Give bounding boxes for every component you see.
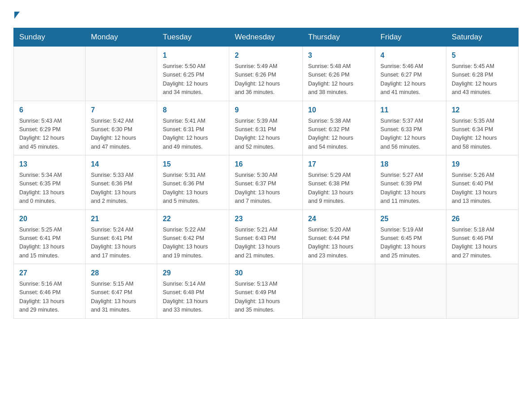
calendar-cell: 21Sunrise: 5:24 AM Sunset: 6:41 PM Dayli…	[86, 210, 157, 264]
day-info: Sunrise: 5:16 AM Sunset: 6:46 PM Dayligh…	[19, 280, 80, 315]
day-number: 14	[91, 159, 151, 170]
calendar-cell: 24Sunrise: 5:20 AM Sunset: 6:44 PM Dayli…	[303, 210, 375, 264]
day-info: Sunrise: 5:31 AM Sunset: 6:36 PM Dayligh…	[163, 171, 223, 206]
calendar-cell: 20Sunrise: 5:25 AM Sunset: 6:41 PM Dayli…	[14, 210, 86, 264]
calendar-cell: 28Sunrise: 5:15 AM Sunset: 6:47 PM Dayli…	[86, 264, 157, 319]
column-header-tuesday: Tuesday	[157, 28, 229, 47]
calendar-cell: 5Sunrise: 5:45 AM Sunset: 6:28 PM Daylig…	[446, 47, 518, 101]
calendar-cell	[14, 47, 86, 101]
column-header-thursday: Thursday	[303, 28, 375, 47]
calendar-cell: 17Sunrise: 5:29 AM Sunset: 6:38 PM Dayli…	[303, 155, 375, 210]
calendar-header-row: SundayMondayTuesdayWednesdayThursdayFrid…	[14, 28, 519, 47]
calendar-week-row: 6Sunrise: 5:43 AM Sunset: 6:29 PM Daylig…	[14, 101, 519, 155]
day-number: 10	[308, 105, 369, 116]
calendar-cell: 30Sunrise: 5:13 AM Sunset: 6:49 PM Dayli…	[229, 264, 303, 319]
calendar-cell: 12Sunrise: 5:35 AM Sunset: 6:34 PM Dayli…	[446, 101, 518, 155]
day-info: Sunrise: 5:49 AM Sunset: 6:26 PM Dayligh…	[235, 62, 297, 97]
calendar-cell: 9Sunrise: 5:39 AM Sunset: 6:31 PM Daylig…	[229, 101, 303, 155]
day-number: 11	[381, 105, 441, 116]
calendar-week-row: 20Sunrise: 5:25 AM Sunset: 6:41 PM Dayli…	[14, 210, 519, 264]
calendar-cell: 13Sunrise: 5:34 AM Sunset: 6:35 PM Dayli…	[14, 155, 86, 210]
day-number: 16	[235, 159, 297, 170]
day-number: 26	[452, 214, 513, 224]
day-number: 7	[91, 105, 151, 116]
day-info: Sunrise: 5:37 AM Sunset: 6:33 PM Dayligh…	[381, 117, 441, 152]
calendar-cell	[446, 264, 518, 319]
day-number: 13	[19, 159, 80, 170]
calendar-cell: 29Sunrise: 5:14 AM Sunset: 6:48 PM Dayli…	[157, 264, 229, 319]
calendar-cell: 19Sunrise: 5:26 AM Sunset: 6:40 PM Dayli…	[446, 155, 518, 210]
column-header-wednesday: Wednesday	[229, 28, 303, 47]
day-number: 30	[235, 268, 297, 278]
day-number: 25	[381, 214, 441, 224]
day-number: 21	[91, 214, 151, 224]
calendar-cell: 15Sunrise: 5:31 AM Sunset: 6:36 PM Dayli…	[157, 155, 229, 210]
calendar-week-row: 27Sunrise: 5:16 AM Sunset: 6:46 PM Dayli…	[14, 264, 519, 319]
calendar-cell: 10Sunrise: 5:38 AM Sunset: 6:32 PM Dayli…	[303, 101, 375, 155]
column-header-friday: Friday	[375, 28, 446, 47]
logo-triangle-icon	[14, 12, 20, 19]
day-number: 24	[308, 214, 369, 224]
day-number: 8	[163, 105, 223, 116]
column-header-monday: Monday	[86, 28, 157, 47]
calendar-cell: 23Sunrise: 5:21 AM Sunset: 6:43 PM Dayli…	[229, 210, 303, 264]
day-info: Sunrise: 5:33 AM Sunset: 6:36 PM Dayligh…	[91, 171, 151, 206]
calendar-cell: 1Sunrise: 5:50 AM Sunset: 6:25 PM Daylig…	[157, 47, 229, 101]
day-info: Sunrise: 5:19 AM Sunset: 6:45 PM Dayligh…	[381, 226, 441, 261]
calendar-cell: 3Sunrise: 5:48 AM Sunset: 6:26 PM Daylig…	[303, 47, 375, 101]
calendar-cell: 18Sunrise: 5:27 AM Sunset: 6:39 PM Dayli…	[375, 155, 446, 210]
calendar-cell: 25Sunrise: 5:19 AM Sunset: 6:45 PM Dayli…	[375, 210, 446, 264]
day-info: Sunrise: 5:14 AM Sunset: 6:48 PM Dayligh…	[163, 280, 223, 315]
day-info: Sunrise: 5:30 AM Sunset: 6:37 PM Dayligh…	[235, 171, 297, 206]
calendar-cell: 26Sunrise: 5:18 AM Sunset: 6:46 PM Dayli…	[446, 210, 518, 264]
day-info: Sunrise: 5:45 AM Sunset: 6:28 PM Dayligh…	[452, 62, 513, 97]
calendar-week-row: 1Sunrise: 5:50 AM Sunset: 6:25 PM Daylig…	[14, 47, 519, 101]
day-number: 2	[235, 50, 297, 61]
day-number: 22	[163, 214, 223, 224]
calendar-cell	[375, 264, 446, 319]
day-info: Sunrise: 5:18 AM Sunset: 6:46 PM Dayligh…	[452, 226, 513, 261]
day-number: 29	[163, 268, 223, 278]
day-info: Sunrise: 5:27 AM Sunset: 6:39 PM Dayligh…	[381, 171, 441, 206]
day-info: Sunrise: 5:25 AM Sunset: 6:41 PM Dayligh…	[19, 226, 80, 261]
day-info: Sunrise: 5:15 AM Sunset: 6:47 PM Dayligh…	[91, 280, 151, 315]
day-info: Sunrise: 5:43 AM Sunset: 6:29 PM Dayligh…	[19, 117, 80, 152]
calendar-cell: 4Sunrise: 5:46 AM Sunset: 6:27 PM Daylig…	[375, 47, 446, 101]
day-info: Sunrise: 5:13 AM Sunset: 6:49 PM Dayligh…	[235, 280, 297, 315]
calendar-cell: 11Sunrise: 5:37 AM Sunset: 6:33 PM Dayli…	[375, 101, 446, 155]
day-number: 23	[235, 214, 297, 224]
day-number: 17	[308, 159, 369, 170]
day-info: Sunrise: 5:41 AM Sunset: 6:31 PM Dayligh…	[163, 117, 223, 152]
calendar-cell: 7Sunrise: 5:42 AM Sunset: 6:30 PM Daylig…	[86, 101, 157, 155]
day-number: 27	[19, 268, 80, 278]
day-number: 18	[381, 159, 441, 170]
day-info: Sunrise: 5:39 AM Sunset: 6:31 PM Dayligh…	[235, 117, 297, 152]
calendar-cell: 22Sunrise: 5:22 AM Sunset: 6:42 PM Dayli…	[157, 210, 229, 264]
day-number: 4	[381, 50, 441, 61]
day-number: 15	[163, 159, 223, 170]
day-info: Sunrise: 5:48 AM Sunset: 6:26 PM Dayligh…	[308, 62, 369, 97]
day-number: 12	[452, 105, 513, 116]
calendar-week-row: 13Sunrise: 5:34 AM Sunset: 6:35 PM Dayli…	[14, 155, 519, 210]
day-info: Sunrise: 5:46 AM Sunset: 6:27 PM Dayligh…	[381, 62, 441, 97]
day-number: 1	[163, 50, 223, 61]
column-header-sunday: Sunday	[14, 28, 86, 47]
column-header-saturday: Saturday	[446, 28, 518, 47]
page-header	[13, 9, 519, 19]
day-number: 28	[91, 268, 151, 278]
day-info: Sunrise: 5:35 AM Sunset: 6:34 PM Dayligh…	[452, 117, 513, 152]
day-info: Sunrise: 5:42 AM Sunset: 6:30 PM Dayligh…	[91, 117, 151, 152]
day-info: Sunrise: 5:26 AM Sunset: 6:40 PM Dayligh…	[452, 171, 513, 206]
day-number: 6	[19, 105, 80, 116]
day-number: 19	[452, 159, 513, 170]
day-info: Sunrise: 5:50 AM Sunset: 6:25 PM Dayligh…	[163, 62, 223, 97]
day-number: 9	[235, 105, 297, 116]
day-number: 3	[308, 50, 369, 61]
day-info: Sunrise: 5:29 AM Sunset: 6:38 PM Dayligh…	[308, 171, 369, 206]
day-info: Sunrise: 5:38 AM Sunset: 6:32 PM Dayligh…	[308, 117, 369, 152]
calendar-cell: 6Sunrise: 5:43 AM Sunset: 6:29 PM Daylig…	[14, 101, 86, 155]
calendar-cell: 16Sunrise: 5:30 AM Sunset: 6:37 PM Dayli…	[229, 155, 303, 210]
day-number: 20	[19, 214, 80, 224]
logo	[13, 9, 20, 19]
day-info: Sunrise: 5:21 AM Sunset: 6:43 PM Dayligh…	[235, 226, 297, 261]
